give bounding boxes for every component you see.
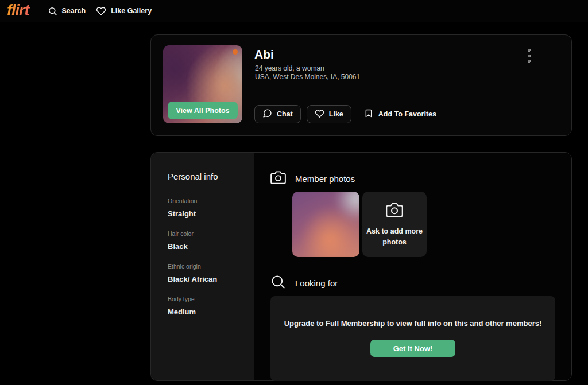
field-orientation: Orientation Straight [168, 197, 242, 218]
upgrade-banner: Upgrade to Full Membership to view full … [270, 296, 555, 381]
page: flirt Search Like Gallery View All Photo… [0, 0, 588, 385]
add-to-favorites-button[interactable]: Add To Favorites [364, 108, 436, 120]
field-label: Body type [168, 295, 242, 302]
add-to-favorites-label: Add To Favorites [378, 110, 436, 118]
search-icon [270, 274, 286, 292]
flirt-logo[interactable]: flirt [6, 2, 37, 21]
chat-button-label: Chat [277, 110, 293, 118]
member-photos-title: Member photos [295, 174, 355, 184]
chat-button[interactable]: Chat [254, 105, 301, 123]
ask-to-add-more-photos-button[interactable]: Ask to add more photos [362, 192, 427, 257]
top-navbar: flirt Search Like Gallery [0, 0, 588, 22]
member-photos-header: Member photos [270, 170, 355, 188]
like-button-label: Like [329, 110, 343, 118]
get-it-now-button[interactable]: Get It Now! [370, 340, 455, 357]
member-content: Member photos Ask to add more photos [270, 153, 572, 380]
blurred-photo-art [292, 192, 359, 257]
nav-like-gallery-label: Like Gallery [111, 7, 152, 15]
field-label: Hair color [168, 230, 242, 237]
upgrade-message: Upgrade to Full Membership to view full … [270, 319, 555, 328]
profile-card: View All Photos Abi 24 years old, a woma… [150, 34, 572, 136]
looking-for-header: Looking for [270, 274, 338, 292]
member-info-card: Personal info Orientation Straight Hair … [150, 152, 572, 381]
personal-info-title: Personal info [168, 172, 242, 181]
online-status-dot [233, 49, 238, 55]
nav-like-gallery[interactable]: Like Gallery [96, 6, 152, 16]
more-options-icon[interactable] [523, 48, 535, 63]
camera-icon [270, 170, 286, 188]
field-label: Orientation [168, 197, 242, 204]
field-hair-color: Hair color Black [168, 230, 242, 251]
blurred-member-photo[interactable] [292, 192, 359, 257]
chat-bubble-icon [262, 108, 272, 120]
ask-to-add-more-photos-label: Ask to add more photos [366, 226, 423, 248]
field-value: Black [168, 242, 242, 251]
view-all-photos-button[interactable]: View All Photos [168, 102, 238, 119]
profile-photo[interactable]: View All Photos [163, 45, 242, 123]
heart-icon [315, 109, 324, 120]
bookmark-icon [364, 108, 373, 120]
profile-actions: Chat Like Add To Favorites [254, 105, 436, 123]
photo-tiles: Ask to add more photos [292, 192, 427, 257]
field-value: Straight [168, 209, 242, 218]
profile-age-line: 24 years old, a woman [255, 64, 324, 72]
nav-search-label: Search [62, 7, 86, 15]
field-body-type: Body type Medium [168, 295, 242, 316]
field-value: Black/ African [168, 275, 242, 283]
personal-info-sidebar: Personal info Orientation Straight Hair … [151, 153, 254, 380]
camera-icon [386, 201, 403, 220]
nav-search[interactable]: Search [48, 6, 86, 16]
heart-icon [96, 6, 106, 16]
profile-location-line: USA, West Des Moines, IA, 50061 [255, 73, 360, 81]
like-button[interactable]: Like [307, 105, 351, 123]
field-ethnic-origin: Ethnic origin Black/ African [168, 263, 242, 283]
profile-name: Abi [254, 48, 274, 61]
search-icon [48, 6, 57, 16]
field-label: Ethnic origin [168, 263, 242, 270]
looking-for-title: Looking for [295, 278, 338, 288]
field-value: Medium [168, 308, 242, 316]
